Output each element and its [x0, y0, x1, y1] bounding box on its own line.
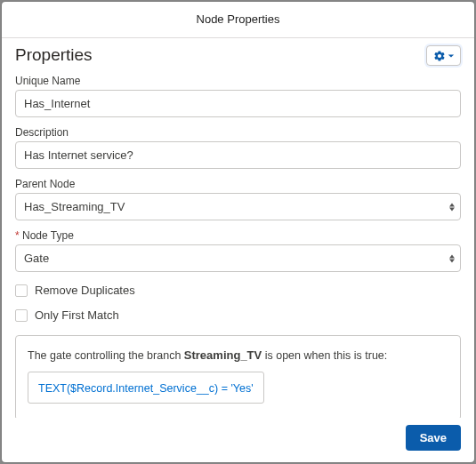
condition-pre: The gate controlling the branch: [28, 349, 184, 362]
parent-node-select[interactable]: Has_Streaming_TV: [15, 193, 461, 220]
parent-node-field: Parent Node Has_Streaming_TV: [15, 178, 461, 220]
condition-description: The gate controlling the branch Streamin…: [28, 348, 448, 362]
remove-duplicates-checkbox[interactable]: [15, 284, 28, 297]
description-label: Description: [15, 126, 461, 139]
description-input[interactable]: [15, 141, 461, 169]
remove-duplicates-row: Remove Duplicates: [15, 284, 461, 297]
expression-input[interactable]: TEXT($Record.Internet_Service__c) = 'Yes…: [28, 372, 264, 404]
modal-title: Node Properties: [2, 2, 474, 38]
node-properties-modal: Node Properties Properties Unique Name D…: [2, 2, 474, 462]
only-first-match-checkbox[interactable]: [15, 309, 28, 322]
settings-button[interactable]: [426, 45, 461, 66]
modal-body: Properties Unique Name Description Pare: [2, 38, 474, 418]
unique-name-input[interactable]: [15, 90, 461, 117]
expression-text: TEXT($Record.Internet_Service__c) = 'Yes…: [38, 382, 254, 395]
condition-branch: Streaming_TV: [184, 348, 262, 362]
condition-post: is open when this is true:: [262, 349, 387, 362]
modal-footer: Save: [2, 418, 474, 462]
section-title: Properties: [15, 45, 93, 65]
section-header: Properties: [15, 45, 461, 66]
unique-name-field: Unique Name: [15, 75, 461, 117]
node-type-select[interactable]: Gate: [15, 244, 461, 272]
node-type-field: Node Type Gate: [15, 229, 461, 272]
description-field: Description: [15, 126, 461, 169]
only-first-match-label: Only First Match: [35, 308, 119, 322]
gear-icon: [433, 50, 446, 62]
parent-node-label: Parent Node: [15, 178, 461, 190]
condition-panel: The gate controlling the branch Streamin…: [15, 335, 461, 418]
only-first-match-row: Only First Match: [15, 308, 461, 322]
save-button[interactable]: Save: [406, 425, 461, 451]
node-type-label: Node Type: [15, 229, 461, 242]
remove-duplicates-label: Remove Duplicates: [35, 284, 135, 297]
chevron-down-icon: [448, 52, 455, 60]
unique-name-label: Unique Name: [15, 75, 461, 87]
